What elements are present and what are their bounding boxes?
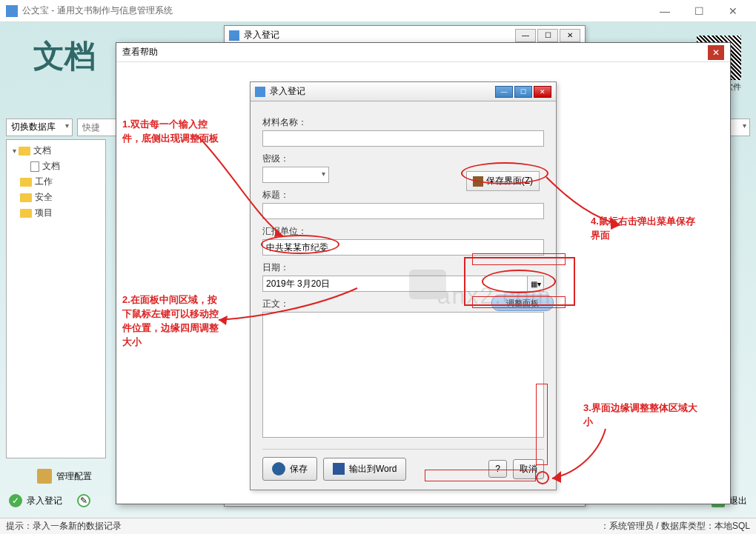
page-title: 文档 xyxy=(33,36,96,77)
minimize-button[interactable]: — xyxy=(648,0,682,22)
dlg-max-button[interactable]: ☐ xyxy=(537,29,558,42)
dialog-title: 录入登记 xyxy=(244,29,279,41)
red-ellipse-date xyxy=(261,235,339,254)
footer-right: ：系统管理员 / 数据库类型：本地SQL xyxy=(600,520,750,533)
red-rect-bottom-edge xyxy=(425,470,536,481)
dlg-close-button[interactable]: ✕ xyxy=(560,29,580,42)
footer: 提示：录入一条新的数据记录 ：系统管理员 / 数据库类型：本地SQL xyxy=(0,518,756,534)
tree-item-doc[interactable]: 文档 xyxy=(10,158,102,174)
tree-item-label: 文档 xyxy=(42,160,60,173)
tree-item-label: 安全 xyxy=(35,191,53,204)
gear-icon xyxy=(37,469,52,484)
status-exit-label: 退出 xyxy=(729,495,747,507)
status-entry[interactable]: ✓ 录入登记 xyxy=(9,494,62,507)
form-titlebar[interactable]: 录入登记 — ☐ ✕ xyxy=(251,82,556,101)
config-row[interactable]: 管理配置 xyxy=(37,469,92,484)
main-titlebar: 公文宝 - 通用文书制作与信息管理系统 — ☐ ✕ xyxy=(0,0,756,22)
app-icon xyxy=(6,5,18,17)
folder-open-icon xyxy=(19,147,30,156)
status-entry-label: 录入登记 xyxy=(27,495,62,507)
export-word-button[interactable]: 输出到Word xyxy=(323,458,406,481)
main-title: 公文宝 - 通用文书制作与信息管理系统 xyxy=(22,4,648,17)
red-ellipse-save-ui xyxy=(461,162,548,184)
save-button[interactable]: 保存 xyxy=(262,457,317,481)
annotation-4: 4.鼠标右击弹出菜单保存界面 xyxy=(591,215,702,243)
close-button[interactable]: ✕ xyxy=(716,0,750,22)
dialog-icon xyxy=(229,30,239,41)
word-icon xyxy=(333,463,345,475)
red-rect-outer xyxy=(464,257,575,306)
help-close-button[interactable]: ✕ xyxy=(708,45,724,60)
form-close-button[interactable]: ✕ xyxy=(534,86,551,98)
save-icon xyxy=(272,462,285,475)
check-icon: ✓ xyxy=(9,494,22,507)
tree-item-security[interactable]: 安全 xyxy=(10,190,102,205)
annotation-3: 3.界面边缘调整整体区域大小 xyxy=(583,401,702,430)
input-material[interactable] xyxy=(262,130,544,147)
form-icon xyxy=(255,87,265,97)
status-edit[interactable]: ✎ xyxy=(77,494,90,507)
help-body: 录入登记 — ☐ ✕ 材料名称： 密级： 标题： 汇报单位： 日期： xyxy=(116,62,730,504)
input-title[interactable] xyxy=(262,203,544,219)
edit-icon: ✎ xyxy=(77,494,90,507)
red-corner-circle xyxy=(536,471,549,484)
annotation-1: 1.双击每一个输入控件，底侧出现调整面板 xyxy=(122,118,219,146)
svg-marker-1 xyxy=(219,316,228,325)
form-title-text: 录入登记 xyxy=(270,85,305,98)
form-max-button[interactable]: ☐ xyxy=(514,86,532,98)
label-material: 材料名称： xyxy=(262,116,544,129)
tree-root[interactable]: ▾文档 xyxy=(10,143,102,158)
help-title-text: 查看帮助 xyxy=(122,46,158,59)
form-min-button[interactable]: — xyxy=(495,86,513,98)
annotation-2: 2.在面板中间区域，按下鼠标左键可以移动控件位置，边缘四周调整大小 xyxy=(122,293,219,349)
tree-panel: ▾文档 文档 工作 安全 项目 xyxy=(6,139,106,458)
tree-item-label: 项目 xyxy=(35,207,53,219)
document-icon xyxy=(30,161,39,172)
help-window: 查看帮助 ✕ 录入登记 — ☐ ✕ 材料名称： 密级： 标题： xyxy=(116,42,731,504)
red-rect-right-edge xyxy=(536,384,548,465)
folder-icon xyxy=(20,209,32,218)
folder-icon xyxy=(20,178,32,187)
footer-hint: 提示：录入一条新的数据记录 xyxy=(6,520,122,533)
maximize-button[interactable]: ☐ xyxy=(682,0,716,22)
tree-root-label: 文档 xyxy=(33,144,51,157)
config-label: 管理配置 xyxy=(56,470,92,483)
textarea-body[interactable] xyxy=(262,312,544,438)
folder-icon xyxy=(20,193,32,202)
dlg-min-button[interactable]: — xyxy=(515,29,536,42)
quick-input[interactable] xyxy=(77,119,122,136)
export-word-label: 输出到Word xyxy=(349,463,397,475)
tree-item-work[interactable]: 工作 xyxy=(10,174,102,190)
tree-item-project[interactable]: 项目 xyxy=(10,205,102,221)
help-titlebar[interactable]: 查看帮助 ✕ xyxy=(116,43,730,62)
db-switch-combo[interactable]: 切换数据库 xyxy=(6,119,73,136)
select-secret[interactable] xyxy=(262,167,329,183)
save-label: 保存 xyxy=(290,463,308,475)
tree-item-label: 工作 xyxy=(35,176,53,188)
